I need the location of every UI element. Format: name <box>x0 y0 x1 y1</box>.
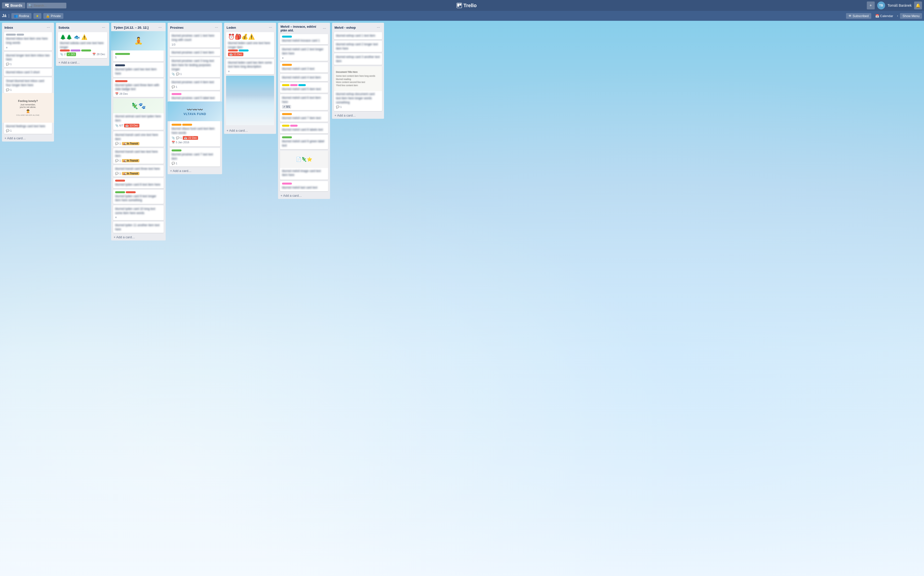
card-tyden-3[interactable]: blurred tyden card three item with date … <box>113 79 164 97</box>
column-header-inbox: Inbox ··· <box>2 23 54 31</box>
nav-arrow-left: ‹ <box>897 14 898 18</box>
add-card-melvil-inovace[interactable]: + Add a card… <box>278 192 330 199</box>
card-tyden-10[interactable]: blurred tyden card 10 long text some ite… <box>113 205 164 220</box>
add-card-tyden[interactable]: + Add a card… <box>111 234 166 240</box>
eshop-doc-image: Document Title Here Some text content it… <box>334 66 382 91</box>
melvil-8-text: blurred melvil card 8 labels text <box>282 128 326 132</box>
label-cyan-m1 <box>282 36 292 38</box>
leden-emojis: ⏰🎒💰⚠️ <box>228 34 272 40</box>
melvil-5-text: blurred melvil card 5 item text <box>282 87 326 91</box>
attachment-icon: ≡ <box>6 46 7 49</box>
card-tyden-9[interactable]: blurred tyden card 9 text longer item he… <box>113 190 164 204</box>
avatar[interactable]: TB <box>877 2 885 10</box>
add-card-inbox[interactable]: + Add a card… <box>2 135 54 142</box>
card-inbox-3[interactable]: blurred inbox card 3 short <box>4 69 52 76</box>
card-tyden-transit-3[interactable]: blurred transit card three text here 💬 1… <box>113 165 164 177</box>
label-purple <box>71 50 80 51</box>
calendar-icon: 📅 <box>875 14 879 18</box>
boards-button[interactable]: Boards <box>2 2 25 8</box>
card-tyden-11[interactable]: blurred tyden 11 another item text here <box>113 222 164 233</box>
card-tyden-8[interactable]: blurred tyden card 8 text item here <box>113 178 164 188</box>
column-menu-melvil-eshop[interactable]: ··· <box>375 25 382 30</box>
label-green-p7 <box>172 149 181 151</box>
melvil-9-labels <box>282 136 326 138</box>
winter-landscape-card[interactable] <box>226 76 274 125</box>
comment-transit3: 💬 1 <box>115 172 121 175</box>
card-melvil-2[interactable]: blurred melvil card 2 text longer item h… <box>280 46 328 61</box>
card-inbox-3-text: blurred inbox card 3 short <box>6 70 50 74</box>
card-leden-1[interactable]: ⏰🎒💰⚠️ blurred leden card one text here l… <box>226 32 274 58</box>
card-prosinec-5[interactable]: blurred prosinec card 5 label text <box>170 91 220 102</box>
column-menu-leden[interactable]: ··· <box>267 25 274 30</box>
card-inbox-2[interactable]: blurred longer text item inbox two here … <box>4 52 52 67</box>
show-menu-button[interactable]: Show Menu <box>900 13 922 19</box>
card-melvil-last[interactable]: blurred melvil last card text <box>280 181 328 191</box>
card-melvil-7[interactable]: blurred melvil card 7 item text <box>280 112 328 122</box>
column-menu-sobota[interactable]: ··· <box>101 25 107 30</box>
card-prosinec-vltava[interactable]: 〰️〰️〰️ VLTAVA FUND blurred vltava fund c… <box>170 103 220 146</box>
column-menu-melvil-inovace[interactable]: ··· <box>321 26 327 31</box>
family-button[interactable]: 👥 Rodina <box>11 13 31 19</box>
attach-p3: 📎 <box>172 72 175 76</box>
card-inbox-4[interactable]: Smart blurred text inbox card four longe… <box>4 77 52 93</box>
transit-3-footer: 💬 1 🚛 In Transit <box>115 172 162 175</box>
card-sobota-1[interactable]: 🌲🌲 🐟 ⚠️ blurred sobota card one text her… <box>58 32 107 58</box>
card-melvil-3[interactable]: blurred melvil card 3 text <box>280 62 328 72</box>
add-card-sobota[interactable]: + Add a card… <box>56 59 109 66</box>
card-tyden-2[interactable]: blurred tyden card two text item here <box>113 63 164 77</box>
label-orange-v2 <box>182 124 192 126</box>
column-menu-prosinec[interactable]: ··· <box>213 25 220 30</box>
card-tyden-transit-2[interactable]: blurred transit card two text here item … <box>113 148 164 164</box>
comment-transit1: 💬 1 <box>115 142 121 145</box>
card-eshop-3[interactable]: blurred eshop card 3 another text item <box>334 53 382 65</box>
melvil-6-text: blurred melvil card 6 text item here <box>282 96 326 104</box>
vltava-footer: 📎 💬 1 📅 22 Dec <box>172 136 218 140</box>
card-prosinec-7[interactable]: blurred prosinec card 7 last text item 💬… <box>170 148 220 166</box>
add-card-melvil-eshop[interactable]: + Add a card… <box>332 112 384 119</box>
card-melvil-1[interactable]: blurred melvil inovace card 1 <box>280 34 328 44</box>
comment-icon-inbox2: 💬 1 <box>6 62 12 66</box>
add-card-leden[interactable]: + Add a card… <box>224 127 276 134</box>
card-tyden-yoga[interactable]: 🧘 5 <box>113 32 164 61</box>
add-button[interactable]: + <box>867 2 875 10</box>
card-tyden-animal[interactable]: 🦎🐾 blurred animal card text tyden here i… <box>113 98 164 130</box>
card-melvil-4[interactable]: blurred melvil card 4 text item <box>280 74 328 81</box>
column-menu-tyden[interactable]: ··· <box>157 25 163 30</box>
card-eshop-doc[interactable]: Document Title Here Some text content it… <box>334 66 382 111</box>
notifications-button[interactable]: 🔔 <box>914 2 922 10</box>
animal-card-text: blurred animal card text tyden here item <box>115 114 162 123</box>
card-tyden-transit-1[interactable]: blurred transit card one text here item … <box>113 131 164 147</box>
column-title-sobota: Sobota <box>58 26 69 29</box>
checklist-m6: ✓ 0/1 <box>282 105 291 109</box>
card-inbox-feelings[interactable]: Feeling lonely? Just remember,you're not… <box>4 94 52 134</box>
calendar-button[interactable]: 📅 Calendar <box>873 13 895 19</box>
card-eshop-2[interactable]: blurred eshop card 2 longer text item he… <box>334 41 382 52</box>
subscribed-button[interactable]: 👁 Subscribed <box>846 13 871 19</box>
card-melvil-image[interactable]: 📄🦎⭐ blurred melvil image card text item … <box>280 151 328 180</box>
card-melvil-9[interactable]: blurred melvil card 9 green label text <box>280 135 328 149</box>
card-inbox-1[interactable]: blurred inbox text item one here long wo… <box>4 32 52 50</box>
comment-p4: 💬 1 <box>172 85 177 89</box>
column-inbox: Inbox ··· blurred inbox text item one he… <box>2 23 54 142</box>
card-prosinec-1[interactable]: blurred prosinec card 1 text here long w… <box>170 32 220 48</box>
card-melvil-8[interactable]: blurred melvil card 8 labels text <box>280 123 328 133</box>
yoga-footer: 5 <box>115 56 162 59</box>
card-prosinec-4[interactable]: blurred prosinec card 4 item text 💬 1 <box>170 79 220 90</box>
svg-rect-5 <box>459 3 461 5</box>
card-melvil-5[interactable]: blurred melvil card 5 item text <box>280 83 328 93</box>
search-input[interactable] <box>27 3 66 8</box>
privacy-button[interactable]: 🔒 Private <box>43 13 63 19</box>
card-eshop-1[interactable]: blurred eshop card 1 text item <box>334 32 382 39</box>
card-prosinec-2[interactable]: blurred prosinec card 2 text item <box>170 49 220 56</box>
melvil-4-text: blurred melvil card 4 text item <box>282 75 326 80</box>
column-menu-inbox[interactable]: ··· <box>45 25 51 30</box>
card-leden-2[interactable]: blurred leden card two item some text he… <box>226 59 274 74</box>
star-button[interactable]: ★ <box>34 13 41 19</box>
svg-rect-2 <box>7 6 9 7</box>
user-name[interactable]: Tomáš Baránek <box>888 3 912 7</box>
add-card-prosinec[interactable]: + Add a card… <box>168 168 222 174</box>
privacy-label: Private <box>51 14 61 18</box>
prosinec-5-text: blurred prosinec card 5 label text <box>172 96 218 100</box>
card-melvil-6[interactable]: blurred melvil card 6 text item here ✓ 0… <box>280 94 328 110</box>
card-prosinec-3[interactable]: blurred prosinec card 3 long text item h… <box>170 58 220 77</box>
